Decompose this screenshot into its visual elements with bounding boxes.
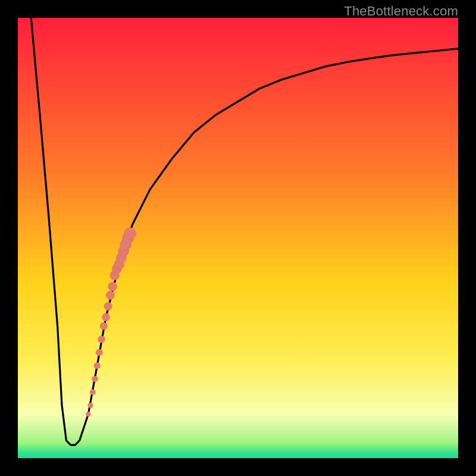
highlight-dot [92,376,98,382]
highlight-dot [88,403,93,408]
highlight-dot [86,412,90,416]
highlight-dot [108,282,117,291]
highlight-dot [124,228,136,240]
chart-container: TheBottleneck.com [0,0,476,476]
highlight-dot [90,389,95,394]
watermark-text: TheBottleneck.com [344,4,458,19]
highlight-dot [94,362,101,369]
highlight-dot [96,349,102,356]
plot-area [18,18,458,458]
gradient-background [18,18,458,458]
highlight-dot [102,314,110,321]
highlight-dot [104,302,112,311]
highlight-dot [98,336,105,343]
highlight-dot [106,291,114,299]
chart-svg [18,18,458,458]
highlight-dot [100,322,107,330]
